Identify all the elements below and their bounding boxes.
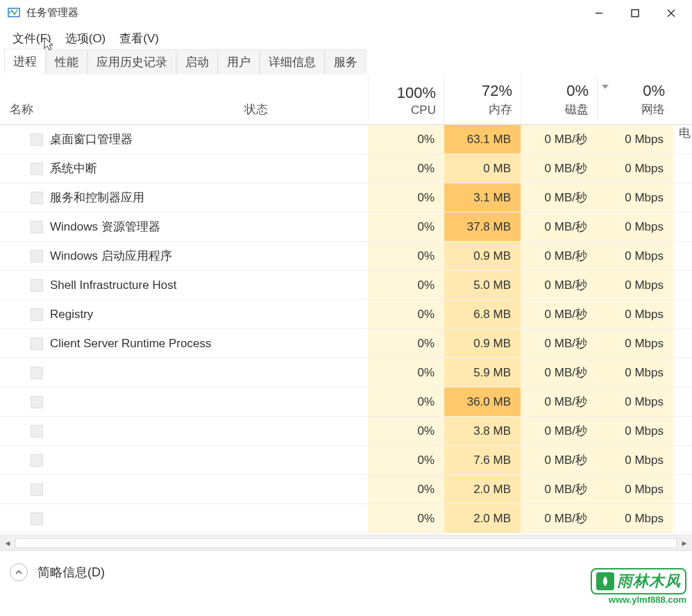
titlebar: 任务管理器 xyxy=(0,0,692,26)
process-row[interactable]: 0% 36.0 MB 0 MB/秒 0 Mbps xyxy=(0,388,692,417)
process-cpu: 0% xyxy=(368,388,444,416)
process-row[interactable]: 桌面窗口管理器 0% 63.1 MB 0 MB/秒 0 Mbps xyxy=(0,125,692,154)
process-disk: 0 MB/秒 xyxy=(521,358,597,387)
minimize-button[interactable] xyxy=(591,5,607,22)
process-row[interactable]: 服务和控制器应用 0% 3.1 MB 0 MB/秒 0 Mbps xyxy=(0,183,692,213)
watermark: 雨林木风 www.ylmf888.com xyxy=(591,568,686,605)
column-network[interactable]: 0% 网络 xyxy=(597,75,673,124)
process-memory: 5.9 MB xyxy=(444,358,521,387)
process-disk: 0 MB/秒 xyxy=(521,213,597,241)
cpu-label: CPU xyxy=(369,103,436,117)
process-disk: 0 MB/秒 xyxy=(521,271,597,299)
process-cpu: 0% xyxy=(368,358,444,387)
app-icon xyxy=(7,6,21,20)
process-memory: 2.0 MB xyxy=(444,475,521,503)
process-name: 系统中断 xyxy=(50,160,97,176)
process-disk: 0 MB/秒 xyxy=(521,446,597,474)
process-cpu: 0% xyxy=(368,329,444,358)
column-disk[interactable]: 0% 磁盘 xyxy=(521,75,597,124)
process-row[interactable]: Client Server Runtime Process 0% 0.9 MB … xyxy=(0,329,692,358)
process-memory: 36.0 MB xyxy=(444,388,521,416)
process-icon xyxy=(31,221,43,233)
column-name[interactable]: 名称 xyxy=(0,101,242,124)
disk-pct: 0% xyxy=(521,82,589,100)
process-row[interactable]: Windows 启动应用程序 0% 0.9 MB 0 MB/秒 0 Mbps xyxy=(0,242,692,271)
process-disk: 0 MB/秒 xyxy=(521,154,597,183)
svg-rect-2 xyxy=(632,10,639,17)
collapse-button[interactable] xyxy=(10,563,28,581)
process-cpu: 0% xyxy=(368,242,444,270)
process-row[interactable]: 0% 5.9 MB 0 MB/秒 0 Mbps xyxy=(0,358,692,388)
process-name: Registry xyxy=(50,308,93,322)
tab-processes[interactable]: 进程 xyxy=(4,49,46,74)
process-row[interactable]: 0% 7.6 MB 0 MB/秒 0 Mbps xyxy=(0,446,692,475)
process-network: 0 Mbps xyxy=(597,446,673,474)
process-name-cell xyxy=(0,367,242,379)
process-icon xyxy=(31,308,43,321)
process-memory: 63.1 MB xyxy=(444,125,521,153)
process-memory: 0.9 MB xyxy=(444,329,521,358)
disk-label: 磁盘 xyxy=(521,101,589,117)
column-cpu[interactable]: 100% CPU xyxy=(368,75,444,124)
column-status[interactable]: 状态 xyxy=(242,101,368,124)
scroll-thumb[interactable] xyxy=(15,538,677,548)
process-memory: 0.9 MB xyxy=(444,242,521,270)
close-button[interactable] xyxy=(663,5,680,22)
process-icon xyxy=(31,250,43,263)
process-icon xyxy=(31,192,43,204)
menu-file[interactable]: 文件(F) xyxy=(6,28,58,49)
process-name-cell: 桌面窗口管理器 xyxy=(0,131,242,147)
process-row[interactable]: 0% 3.8 MB 0 MB/秒 0 Mbps xyxy=(0,417,692,446)
watermark-url: www.ylmf888.com xyxy=(591,594,686,605)
process-cpu: 0% xyxy=(368,125,444,153)
scroll-right-icon[interactable]: ► xyxy=(678,537,691,549)
process-icon xyxy=(31,279,43,292)
tab-startup[interactable]: 启动 xyxy=(176,49,218,74)
process-disk: 0 MB/秒 xyxy=(521,504,597,533)
process-network: 0 Mbps xyxy=(597,154,673,183)
tab-users[interactable]: 用户 xyxy=(218,49,260,74)
process-row[interactable]: 0% 2.0 MB 0 MB/秒 0 Mbps xyxy=(0,475,692,504)
process-name-cell xyxy=(0,396,242,408)
process-row[interactable]: Registry 0% 6.8 MB 0 MB/秒 0 Mbps xyxy=(0,300,692,329)
tab-app-history[interactable]: 应用历史记录 xyxy=(87,49,176,74)
process-name: 桌面窗口管理器 xyxy=(50,131,133,147)
process-name-cell: Windows 资源管理器 xyxy=(0,219,242,235)
process-cpu: 0% xyxy=(368,475,444,503)
maximize-button[interactable] xyxy=(627,5,643,22)
process-name-cell: Registry xyxy=(0,308,242,322)
process-cpu: 0% xyxy=(368,504,444,533)
memory-label: 内存 xyxy=(445,101,512,117)
process-network: 0 Mbps xyxy=(597,358,673,387)
tab-performance[interactable]: 性能 xyxy=(46,49,87,74)
process-disk: 0 MB/秒 xyxy=(521,388,597,416)
process-cpu: 0% xyxy=(368,417,444,445)
memory-pct: 72% xyxy=(445,82,512,100)
process-disk: 0 MB/秒 xyxy=(521,300,597,328)
brief-info-label[interactable]: 简略信息(D) xyxy=(37,564,105,581)
column-headers: 名称 状态 100% CPU 72% 内存 0% 磁盘 0% 网络 xyxy=(0,75,692,125)
process-network: 0 Mbps xyxy=(597,475,673,503)
scroll-left-icon[interactable]: ◄ xyxy=(1,537,14,549)
process-memory: 5.0 MB xyxy=(444,271,521,299)
process-row[interactable]: 系统中断 0% 0 MB 0 MB/秒 0 Mbps xyxy=(0,154,692,183)
tab-services[interactable]: 服务 xyxy=(325,49,366,74)
process-network: 0 Mbps xyxy=(597,417,673,445)
process-memory: 37.8 MB xyxy=(444,213,521,241)
menu-options[interactable]: 选项(O) xyxy=(58,28,113,49)
process-name: Windows 资源管理器 xyxy=(50,219,160,235)
process-cpu: 0% xyxy=(368,213,444,241)
column-memory[interactable]: 72% 内存 xyxy=(444,75,521,124)
process-disk: 0 MB/秒 xyxy=(521,417,597,445)
process-name-cell: 服务和控制器应用 xyxy=(0,190,242,206)
process-icon xyxy=(31,133,43,146)
process-list[interactable]: 桌面窗口管理器 0% 63.1 MB 0 MB/秒 0 Mbps 系统中断 0%… xyxy=(0,125,692,535)
horizontal-scrollbar[interactable]: ◄ ► xyxy=(0,535,692,550)
network-label: 网络 xyxy=(598,101,665,117)
process-row[interactable]: 0% 2.0 MB 0 MB/秒 0 Mbps xyxy=(0,504,692,533)
process-row[interactable]: Shell Infrastructure Host 0% 5.0 MB 0 MB… xyxy=(0,271,692,300)
process-network: 0 Mbps xyxy=(597,300,673,328)
tab-details[interactable]: 详细信息 xyxy=(260,49,325,74)
menu-view[interactable]: 查看(V) xyxy=(112,28,166,49)
process-row[interactable]: Windows 资源管理器 0% 37.8 MB 0 MB/秒 0 Mbps xyxy=(0,213,692,242)
